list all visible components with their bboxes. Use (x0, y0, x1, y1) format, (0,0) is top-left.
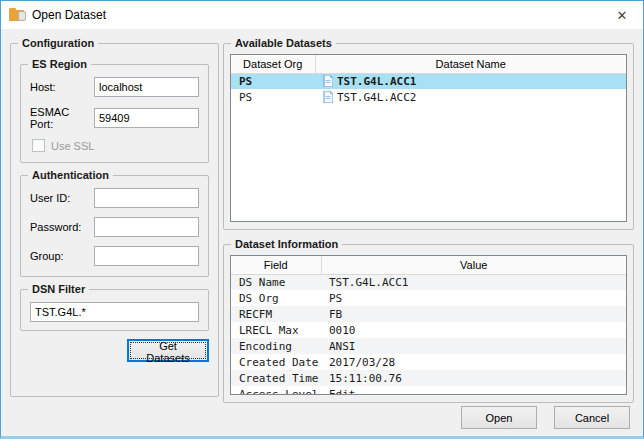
host-input[interactable] (94, 77, 199, 97)
get-datasets-button[interactable]: Get Datasets (127, 339, 209, 362)
group-row: Group: (30, 246, 199, 266)
configuration-groupbox: Configuration ES Region Host: ESMAC Port… (10, 43, 219, 397)
dataset-information-header: Field Value (231, 256, 626, 274)
available-datasets-table: Dataset Org Dataset Name PS (231, 55, 626, 105)
esmac-port-row: ESMAC Port: (30, 106, 199, 130)
document-icon (323, 91, 333, 103)
use-ssl-label: Use SSL (51, 140, 94, 152)
dataset-folder-icon (9, 8, 26, 23)
info-row: RECFM FB (231, 306, 626, 322)
configuration-title: Configuration (18, 36, 98, 50)
open-button[interactable]: Open (461, 406, 537, 429)
user-id-label: User ID: (30, 192, 94, 204)
dsn-filter-input[interactable] (30, 302, 199, 322)
authentication-title: Authentication (28, 168, 113, 182)
dataset-org-cell: PS (231, 73, 315, 89)
window-title: Open Dataset (32, 8, 601, 22)
password-row: Password: (30, 217, 199, 237)
info-value: TST.G4L.ACC1 (321, 274, 626, 290)
user-id-input[interactable] (94, 188, 199, 208)
available-datasets-title: Available Datasets (231, 36, 336, 50)
info-field: DS Org (231, 290, 321, 306)
cancel-button[interactable]: Cancel (554, 406, 630, 429)
group-input[interactable] (94, 246, 199, 266)
info-value: Edit (321, 386, 626, 395)
title-bar: Open Dataset ✕ (1, 1, 643, 29)
info-value: 2017/03/28 (321, 354, 626, 370)
dataset-org-cell: PS (231, 89, 315, 105)
dataset-name-cell: TST.G4L.ACC1 (337, 75, 416, 88)
dsn-filter-groupbox: DSN Filter (20, 289, 209, 331)
column-header-dataset-name[interactable]: Dataset Name (315, 55, 626, 73)
info-value: 0010 (321, 322, 626, 338)
password-input[interactable] (94, 217, 199, 237)
es-region-title: ES Region (28, 57, 91, 71)
info-row: DS Name TST.G4L.ACC1 (231, 274, 626, 290)
esmac-port-input[interactable] (94, 108, 199, 128)
available-datasets-header: Dataset Org Dataset Name (231, 55, 626, 73)
dataset-information-table: Field Value DS Name TST.G4L.ACC1 DS Org (231, 256, 626, 395)
info-row: Access Level Edit (231, 386, 626, 395)
column-header-value[interactable]: Value (321, 256, 626, 274)
info-field: Created Time (231, 370, 321, 386)
document-icon (323, 75, 333, 87)
info-value: PS (321, 290, 626, 306)
dataset-information-groupbox: Dataset Information Field Value DS Name (223, 244, 634, 403)
column-header-dataset-org[interactable]: Dataset Org (231, 55, 315, 73)
info-value: FB (321, 306, 626, 322)
info-row: Created Date 2017/03/28 (231, 354, 626, 370)
group-label: Group: (30, 250, 94, 262)
password-label: Password: (30, 221, 94, 233)
info-row: Created Time 15:11:00.76 (231, 370, 626, 386)
dataset-information-title: Dataset Information (231, 237, 342, 251)
use-ssl-checkbox[interactable] (32, 139, 45, 152)
esmac-port-label: ESMAC Port: (30, 106, 94, 130)
host-label: Host: (30, 81, 94, 93)
dataset-row-selected[interactable]: PS TST.G4L (231, 73, 626, 89)
info-field: RECFM (231, 306, 321, 322)
dsn-filter-title: DSN Filter (28, 282, 89, 296)
configuration-column: Configuration ES Region Host: ESMAC Port… (10, 37, 219, 397)
dialog-body: Configuration ES Region Host: ESMAC Port… (1, 29, 643, 397)
info-value: 15:11:00.76 (321, 370, 626, 386)
info-row: DS Org PS (231, 290, 626, 306)
authentication-groupbox: Authentication User ID: Password: Group: (20, 175, 209, 277)
info-field: LRECL Max (231, 322, 321, 338)
available-datasets-list[interactable]: Dataset Org Dataset Name PS (230, 54, 627, 222)
dataset-row[interactable]: PS TST.G4L (231, 89, 626, 105)
dataset-name-cell: TST.G4L.ACC2 (337, 91, 416, 104)
user-id-row: User ID: (30, 188, 199, 208)
info-field: Access Level (231, 386, 321, 395)
use-ssl-row: Use SSL (32, 139, 199, 152)
info-value: ANSI (321, 338, 626, 354)
get-datasets-row: Get Datasets (20, 339, 209, 362)
available-datasets-groupbox: Available Datasets Dataset Org Dataset N… (223, 43, 634, 230)
info-field: Encoding (231, 338, 321, 354)
info-field: DS Name (231, 274, 321, 290)
dataset-information-list[interactable]: Field Value DS Name TST.G4L.ACC1 DS Org (230, 255, 627, 395)
close-icon[interactable]: ✕ (601, 1, 643, 29)
es-region-groupbox: ES Region Host: ESMAC Port: Use SSL (20, 64, 209, 163)
info-row: LRECL Max 0010 (231, 322, 626, 338)
datasets-column: Available Datasets Dataset Org Dataset N… (223, 37, 634, 397)
info-field: Created Date (231, 354, 321, 370)
column-header-field[interactable]: Field (231, 256, 321, 274)
open-dataset-dialog: Open Dataset ✕ Configuration ES Region H… (0, 0, 644, 439)
host-row: Host: (30, 77, 199, 97)
info-row: Encoding ANSI (231, 338, 626, 354)
